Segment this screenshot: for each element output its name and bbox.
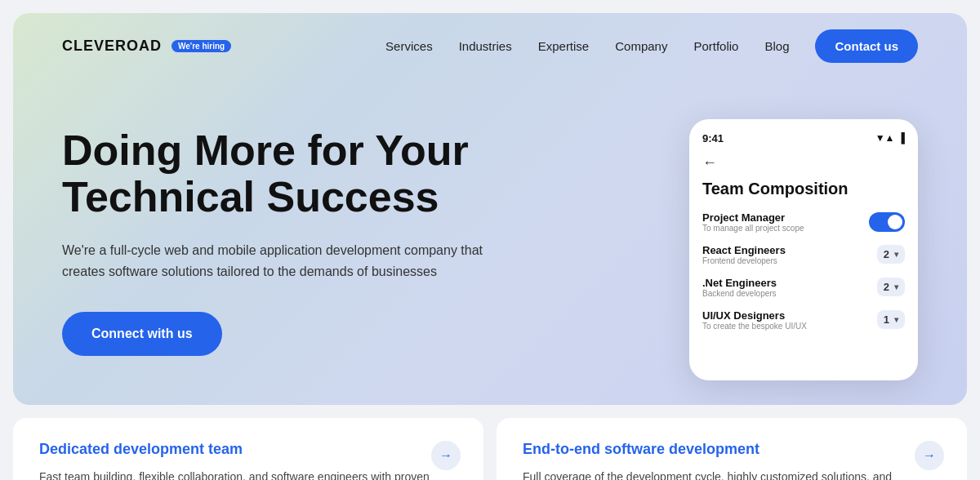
card-title: End-to-end software development (523, 441, 941, 458)
team-row-uiux: UI/UX Designers To create the bespoke UI… (702, 309, 905, 331)
chevron-down-icon: ▾ (894, 282, 898, 291)
hero-section: CLEVEROAD We're hiring Services Industri… (13, 13, 967, 405)
card-title: Dedicated development team (39, 441, 457, 458)
team-row-pm: Project Manager To manage all project sc… (702, 211, 905, 233)
team-role-info: Project Manager To manage all project sc… (702, 211, 804, 233)
nav-left: CLEVEROAD We're hiring (62, 38, 231, 55)
hero-subtext: We're a full-cycle web and mobile applic… (62, 240, 487, 282)
team-role-name: .Net Engineers (702, 277, 777, 289)
back-button[interactable]: ← (702, 154, 905, 171)
team-role-desc: Backend developers (702, 289, 777, 298)
team-role-name: React Engineers (702, 244, 786, 256)
pm-toggle[interactable] (869, 212, 905, 232)
uiux-select[interactable]: 1 ▾ (877, 310, 905, 329)
select-value: 1 (884, 313, 889, 326)
phone-status-bar: 9:41 ▼▲ ▐ (702, 132, 905, 144)
nav-link-expertise[interactable]: Expertise (538, 39, 590, 53)
phone-screen-title: Team Composition (702, 180, 905, 198)
nav-links: Services Industries Expertise Company Po… (385, 29, 918, 63)
team-role-name: Project Manager (702, 211, 804, 224)
nav-link-industries[interactable]: Industries (459, 39, 512, 53)
team-row-react: React Engineers Frontend developers 2 ▾ (702, 244, 905, 265)
phone-time: 9:41 (702, 132, 724, 144)
phone-mockup: 9:41 ▼▲ ▐ ← Team Composition Project Man… (689, 119, 918, 380)
card-dedicated-team: Dedicated development team → Fast team b… (13, 418, 483, 480)
chevron-down-icon: ▾ (894, 315, 898, 324)
nav-link-portfolio[interactable]: Portfolio (693, 39, 738, 53)
nav-link-company[interactable]: Company (615, 39, 667, 53)
phone-status-icons: ▼▲ ▐ (875, 132, 905, 144)
toggle-knob (888, 215, 902, 229)
team-role-desc: Frontend developers (702, 256, 786, 265)
team-role-desc: To manage all project scope (702, 224, 804, 233)
card-arrow-icon[interactable]: → (431, 441, 461, 470)
card-text: Fast team building, flexible collaborati… (39, 468, 457, 480)
react-select[interactable]: 2 ▾ (877, 245, 905, 264)
card-text: Full coverage of the development cycle, … (523, 468, 941, 480)
select-value: 2 (884, 248, 889, 260)
team-role-info: UI/UX Designers To create the bespoke UI… (702, 309, 807, 331)
team-row-net: .Net Engineers Backend developers 2 ▾ (702, 277, 905, 298)
hiring-badge: We're hiring (172, 40, 231, 52)
battery-icon: ▐ (898, 132, 905, 144)
team-role-info: .Net Engineers Backend developers (702, 277, 777, 298)
net-select[interactable]: 2 ▾ (877, 278, 905, 296)
hero-heading: Doing More for Your Technical Success (62, 127, 552, 220)
team-role-info: React Engineers Frontend developers (702, 244, 786, 265)
team-role-desc: To create the bespoke UI/UX (702, 322, 807, 331)
nav-link-blog[interactable]: Blog (764, 39, 789, 53)
hero-left: Doing More for Your Technical Success We… (62, 78, 552, 405)
card-arrow-icon[interactable]: → (915, 441, 944, 470)
logo: CLEVEROAD (62, 38, 162, 55)
chevron-down-icon: ▾ (894, 250, 898, 259)
bottom-cards: Dedicated development team → Fast team b… (13, 418, 967, 480)
card-end-to-end: End-to-end software development → Full c… (497, 418, 967, 480)
contact-button[interactable]: Contact us (815, 29, 918, 63)
nav-link-services[interactable]: Services (385, 39, 433, 53)
select-value: 2 (884, 281, 889, 293)
navigation: CLEVEROAD We're hiring Services Industri… (13, 13, 967, 79)
signal-icon: ▼▲ (875, 132, 895, 144)
team-role-name: UI/UX Designers (702, 309, 807, 322)
connect-button[interactable]: Connect with us (62, 312, 222, 356)
page-wrapper: CLEVEROAD We're hiring Services Industri… (0, 0, 980, 480)
